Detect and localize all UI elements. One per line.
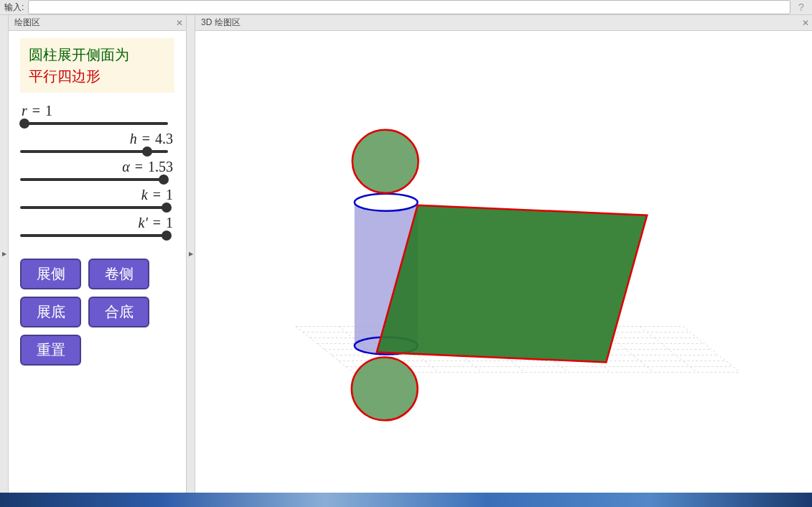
- slider-h-thumb[interactable]: [142, 146, 152, 157]
- info-box: 圆柱展开侧面为 平行四边形: [20, 38, 174, 93]
- help-icon[interactable]: ?: [795, 1, 808, 14]
- input-label: 输入:: [4, 1, 24, 14]
- slider-alpha-thumb[interactable]: [159, 175, 169, 185]
- left-panel: 绘图区 ✕ 圆柱展开侧面为 平行四边形 r = 1 h = 4.3: [9, 15, 187, 493]
- right-panel-title: 3D 绘图区: [201, 17, 241, 29]
- svg-point-20: [355, 194, 418, 211]
- svg-point-22: [353, 130, 419, 193]
- parallelogram: [377, 205, 648, 363]
- slider-alpha-label: α = 1.53: [20, 159, 174, 175]
- right-panel: 3D 绘图区 ✕: [195, 15, 812, 493]
- slider-kprime-track[interactable]: [20, 234, 168, 237]
- slider-r-track[interactable]: [20, 122, 168, 125]
- command-input[interactable]: [28, 0, 790, 14]
- footer-strip: [0, 493, 812, 507]
- merge-base-button[interactable]: 合底: [88, 297, 149, 327]
- geometry-svg: [195, 31, 812, 493]
- close-icon[interactable]: ✕: [176, 18, 183, 28]
- slider-alpha: α = 1.53: [20, 159, 174, 181]
- slider-k-track[interactable]: [20, 206, 168, 209]
- bottom-circle: [352, 358, 418, 421]
- slider-kprime: k' = 1: [20, 215, 174, 237]
- slider-k-label: k = 1: [20, 187, 174, 203]
- close-icon[interactable]: ✕: [802, 18, 809, 28]
- slider-kprime-label: k' = 1: [20, 215, 174, 231]
- collapse-left-icon[interactable]: ▶: [0, 15, 9, 493]
- main-area: ▶ 绘图区 ✕ 圆柱展开侧面为 平行四边形 r = 1: [0, 15, 812, 493]
- reset-button[interactable]: 重置: [20, 335, 81, 366]
- button-grid: 展侧 卷侧 展底 合底 重置: [20, 259, 149, 366]
- slider-r: r = 1: [20, 103, 174, 125]
- roll-side-button[interactable]: 卷侧: [88, 259, 149, 289]
- info-title: 圆柱展开侧面为: [29, 44, 166, 65]
- left-panel-title: 绘图区: [14, 17, 40, 29]
- slider-k-thumb[interactable]: [162, 203, 172, 213]
- right-panel-header: 3D 绘图区 ✕: [195, 15, 812, 31]
- left-panel-header: 绘图区 ✕: [9, 15, 186, 31]
- slider-alpha-track[interactable]: [20, 178, 168, 181]
- unfold-base-button[interactable]: 展底: [20, 297, 81, 327]
- left-content: 圆柱展开侧面为 平行四边形 r = 1 h = 4.3: [9, 31, 186, 493]
- slider-h-label: h = 4.3: [20, 131, 174, 147]
- top-circle: [353, 130, 419, 193]
- collapse-right-icon[interactable]: ▶: [187, 15, 195, 493]
- slider-h-track[interactable]: [20, 150, 168, 153]
- slider-k: k = 1: [20, 187, 174, 209]
- slider-h: h = 4.3: [20, 131, 174, 153]
- slider-r-label: r = 1: [20, 103, 174, 119]
- svg-marker-21: [377, 205, 648, 363]
- svg-point-23: [352, 358, 418, 421]
- slider-kprime-thumb[interactable]: [162, 231, 172, 241]
- view-3d[interactable]: [195, 31, 812, 493]
- slider-r-thumb[interactable]: [19, 118, 29, 129]
- info-subtitle: 平行四边形: [29, 65, 166, 87]
- input-bar: 输入: ?: [0, 0, 812, 15]
- unfold-side-button[interactable]: 展侧: [20, 259, 81, 289]
